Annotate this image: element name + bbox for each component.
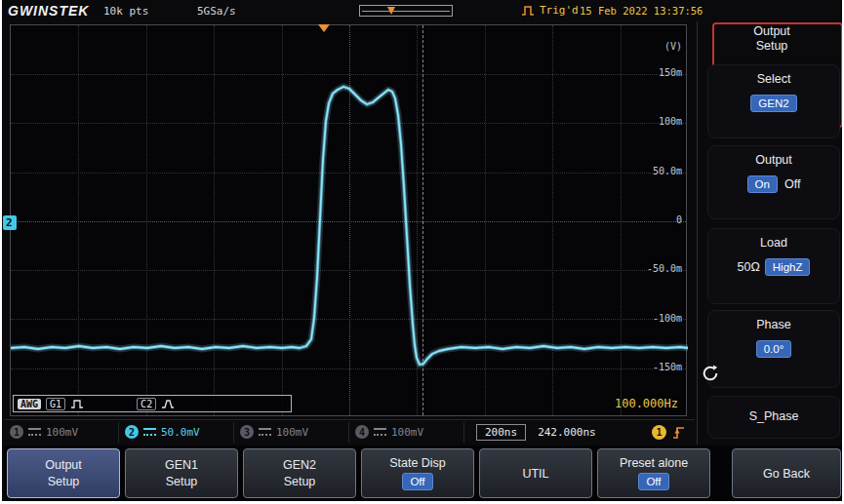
button-label: Preset alone <box>620 456 688 470</box>
dc-coupling-icon <box>374 428 386 436</box>
waveform-display: (V) 150m 100m 50.0m 0 -50.0m -100m -150m… <box>10 24 687 416</box>
brand-logo: GWINSTEK <box>8 3 89 19</box>
menu-state-disp[interactable]: State Disp Off <box>361 448 474 498</box>
button-label: Setup <box>284 475 316 488</box>
channel4-scale: 100mV <box>391 426 423 439</box>
menu-gen2-setup[interactable]: GEN2 Setup <box>243 448 356 498</box>
menu-gen1-setup[interactable]: GEN1 Setup <box>125 448 238 498</box>
memory-bar-line <box>362 11 450 12</box>
button-label: Setup <box>166 475 198 488</box>
softkey-output[interactable]: Output On Off <box>707 145 840 219</box>
softkey-sphase[interactable]: S_Phase <box>707 396 840 439</box>
bottom-menu: Output Setup GEN1 Setup GEN2 Setup State… <box>4 446 842 501</box>
state-disp-off-badge: Off <box>402 473 432 490</box>
button-label: Output <box>45 458 82 472</box>
datetime-readout: 15 Feb 2022 13:37:56 <box>580 5 703 17</box>
ch2-wave-icon <box>161 399 175 409</box>
channel4-number: 4 <box>355 425 369 439</box>
trigger-position-marker-icon <box>387 7 395 15</box>
channel3-number: 3 <box>240 425 254 439</box>
button-label: Setup <box>48 475 80 488</box>
y-axis-label: 150m <box>659 67 682 78</box>
oscilloscope-screen: GWINSTEK 10k pts 5GSa/s Trig'd 15 Feb 20… <box>2 0 842 501</box>
channel1-number: 1 <box>10 425 23 439</box>
trigger-status: Trig'd <box>521 4 579 17</box>
timebase-readout: 200ns <box>476 424 526 441</box>
frequency-counter: 100.000Hz <box>615 397 678 410</box>
acquisition-position-bar <box>359 5 453 17</box>
button-label: UTIL <box>522 467 548 481</box>
y-axis-label: -100m <box>653 313 682 324</box>
channel2-status[interactable]: 2 50.0mV <box>119 422 234 443</box>
softkey-phase[interactable]: Phase 0.0° <box>707 310 840 388</box>
side-menu-title-line2: Setup <box>698 39 842 54</box>
output-label: Output <box>708 153 839 167</box>
menu-go-back[interactable]: Go Back <box>732 448 841 498</box>
channel2-number: 2 <box>125 425 139 439</box>
load-50ohm-option: 50Ω <box>738 260 760 274</box>
channel1-status[interactable]: 1 100mV <box>4 422 119 443</box>
screenshot-frame: GWINSTEK 10k pts 5GSa/s Trig'd 15 Feb 20… <box>0 0 844 504</box>
channel2-position-handle[interactable]: 2 <box>3 215 17 230</box>
channel3-scale: 100mV <box>276 426 308 439</box>
ch2-badge: C2 <box>137 398 156 410</box>
select-label: Select <box>708 72 839 86</box>
menu-preset-alone[interactable]: Preset alone Off <box>597 448 710 498</box>
awg-source-indicator: AWG G1 C2 <box>13 395 292 412</box>
softkey-select[interactable]: Select GEN2 <box>707 64 840 138</box>
menu-spacer <box>715 448 727 498</box>
side-menu: Output Setup Select GEN2 Output On Off L… <box>697 21 842 445</box>
channel2-waveform <box>11 25 688 417</box>
waveform-mid <box>11 87 688 365</box>
channel1-scale: 100mV <box>46 426 78 439</box>
y-axis-label: 100m <box>659 116 682 127</box>
load-highz-badge: HighZ <box>765 258 811 276</box>
side-menu-title-line1: Output <box>698 24 842 39</box>
waveform-glow <box>11 87 688 365</box>
waveform-core <box>11 87 688 365</box>
horizontal-position-readout: 242.000ns <box>538 426 596 439</box>
channel2-scale: 50.0mV <box>161 426 200 439</box>
trigger-source-badge: 1 <box>652 425 666 440</box>
gen1-badge: G1 <box>46 398 65 410</box>
output-off-option: Off <box>784 177 800 191</box>
trigger-info: 1 <box>652 425 695 440</box>
menu-output-setup[interactable]: Output Setup <box>7 448 120 498</box>
top-status-bar: GWINSTEK 10k pts 5GSa/s Trig'd 15 Feb 20… <box>2 0 695 22</box>
preset-alone-off-badge: Off <box>638 473 668 490</box>
dc-coupling-icon <box>28 428 41 436</box>
y-axis-label: -150m <box>653 362 682 372</box>
trigger-status-label: Trig'd <box>540 4 579 17</box>
load-label: Load <box>708 236 839 250</box>
dc-coupling-icon <box>259 428 271 436</box>
rising-edge-icon <box>672 425 685 440</box>
y-axis-unit: (V) <box>664 41 682 52</box>
menu-util[interactable]: UTIL <box>479 448 592 498</box>
softkey-load[interactable]: Load 50Ω HighZ <box>707 228 840 304</box>
awg-badge: AWG <box>18 399 41 409</box>
channel3-status[interactable]: 3 100mV <box>234 422 349 443</box>
output-on-badge: On <box>747 175 778 193</box>
y-axis-label: 0 <box>676 214 682 225</box>
button-label: GEN1 <box>165 458 198 472</box>
phase-label: Phase <box>708 318 839 331</box>
select-value-badge: GEN2 <box>750 95 796 112</box>
sample-rate-readout: 5GSa/s <box>197 5 236 18</box>
button-label: Go Back <box>763 467 810 481</box>
channel-status-bar: 1 100mV 2 50.0mV 3 100mV 4 100mV 200ns 2… <box>4 419 695 444</box>
phase-value-badge: 0.0° <box>756 340 792 358</box>
dc-coupling-icon <box>143 428 156 436</box>
memory-depth-readout: 10k pts <box>103 5 148 18</box>
y-axis-label: 50.0m <box>653 166 682 176</box>
button-label: GEN2 <box>283 458 316 472</box>
sphase-label: S_Phase <box>749 409 799 423</box>
variable-knob-icon <box>701 364 720 383</box>
trigger-pulse-icon <box>521 5 535 17</box>
gen1-pulse-icon <box>70 399 84 409</box>
side-menu-title: Output Setup <box>698 24 842 54</box>
button-label: State Disp <box>389 456 446 470</box>
channel4-status[interactable]: 4 100mV <box>349 422 464 443</box>
y-axis-label: -50.0m <box>647 263 682 274</box>
